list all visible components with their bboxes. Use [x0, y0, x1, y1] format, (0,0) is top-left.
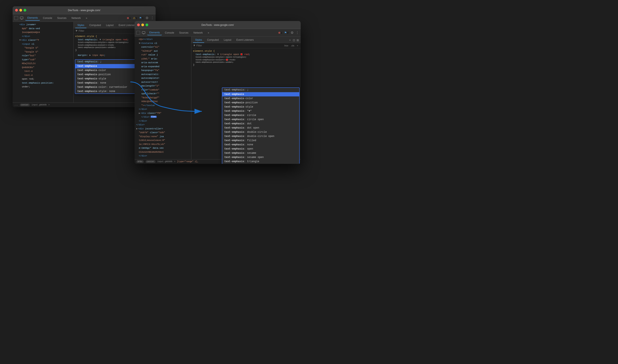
- minimize-button-front[interactable]: [141, 24, 144, 26]
- close-button-back[interactable]: [15, 9, 18, 12]
- minimize-button-back[interactable]: [19, 9, 22, 12]
- html-line: </div>: [135, 107, 191, 111]
- autocomplete-item-3-front[interactable]: text-emphasis-style: [222, 105, 299, 109]
- svg-rect-0: [20, 17, 23, 19]
- autocomplete-item-6-front[interactable]: text-emphasis: circle open: [222, 117, 299, 122]
- tab-sources-back[interactable]: Sources: [55, 16, 69, 20]
- autocomplete-item-5-front[interactable]: text-emphasis: circle: [222, 113, 299, 117]
- autocomplete-item-4-front[interactable]: text-emphasis: "♥": [222, 109, 299, 113]
- elements-panel-back: <div jsname= 8pb" data-ved IAxUqWUEAHQU4…: [13, 22, 74, 103]
- html-line: cQv></div>: [135, 37, 191, 41]
- html-line: type="sub": [13, 58, 73, 62]
- tab-layout-back[interactable]: Layout: [104, 23, 116, 28]
- tab-elements-front[interactable]: Elements: [147, 30, 162, 35]
- filter-input-back[interactable]: [79, 29, 137, 32]
- tab-layout-front[interactable]: Layout: [222, 37, 233, 43]
- tab-computed-back[interactable]: Computed: [87, 23, 103, 28]
- html-line: spellcheck="": [135, 92, 191, 96]
- html-line: ▶<div class="fM": [135, 111, 191, 115]
- tab-styles-front[interactable]: Styles: [193, 37, 204, 43]
- status-selector-back[interactable]: input.gNO89b: [31, 104, 47, 106]
- html-line: <input cl: [13, 42, 73, 46]
- tab-styles-back[interactable]: Styles: [75, 23, 86, 28]
- html-line: aria-expanded: [135, 65, 191, 69]
- device-icon-front[interactable]: [142, 31, 146, 35]
- html-line: e:CmVOgc" data-vec: [135, 146, 191, 150]
- autocomplete-item-12-front[interactable]: text-emphasis: none: [222, 143, 299, 147]
- html-line: "Google S": [13, 50, 73, 54]
- filter-bar-front: ⧩ :hov .cls +: [191, 43, 301, 48]
- tab-bar-icons-front: ⊗ 1 ⚑ 2 ⚙ ⋮: [278, 31, 299, 35]
- settings-icon-back[interactable]: ⚙: [146, 16, 149, 20]
- html-line: tzDCd;mouseleave:M": [135, 138, 191, 143]
- styles-panel-front: Styles Computed Layout Event Listeners ＋…: [191, 37, 301, 159]
- maximize-button-back[interactable]: [24, 9, 26, 12]
- filter-plus-front[interactable]: +: [296, 44, 299, 47]
- html-line: ▶<div jscontroller=: [135, 127, 191, 131]
- close-button-front[interactable]: [137, 24, 140, 26]
- html-line: "Google S": [13, 46, 73, 50]
- maximize-button-front[interactable]: [146, 24, 148, 26]
- color-swatch-red[interactable]: [241, 53, 242, 55]
- autocomplete-input-row-front[interactable]: text-emphasis: ;: [222, 88, 299, 92]
- filter-input-front[interactable]: [196, 44, 282, 47]
- tab-more-back[interactable]: »: [84, 16, 89, 20]
- tab-network-back[interactable]: Network: [69, 16, 83, 20]
- info-badge-front: ⚑ 2: [284, 31, 288, 34]
- html-line: ▼<textarea cl: [135, 41, 191, 45]
- html-line: VOGcQS4UDCAc: [135, 100, 191, 104]
- tab-console-back[interactable]: Console: [41, 16, 54, 20]
- element-style-label-front: element.style {: [193, 50, 299, 52]
- tab-network-front[interactable]: Network: [191, 30, 205, 35]
- filter-cls-front[interactable]: .cls: [290, 44, 295, 47]
- html-line: Q4dUDCBs": [13, 65, 73, 69]
- autocomplete-item-15-front[interactable]: text-emphasis: sesame open: [222, 155, 299, 159]
- html-line: autocapitali:: [135, 72, 191, 77]
- html-line: text-emphasis-position:: [13, 81, 73, 85]
- autocomplete-item-10-front[interactable]: text-emphasis: double-circle open: [222, 134, 299, 138]
- html-line: "Alh6id" aut: [135, 49, 191, 53]
- inspect-icon-front[interactable]: [136, 31, 140, 35]
- autocomplete-item-14-front[interactable]: text-emphasis: sesame: [222, 151, 299, 155]
- styles-tabs-front: Styles Computed Layout Event Listeners ＋…: [191, 37, 301, 43]
- autocomplete-item-13-front[interactable]: text-emphasis: open: [222, 147, 299, 151]
- svg-rect-3: [143, 34, 144, 34]
- status-dots-back: ...: [14, 104, 18, 106]
- tab-computed-front[interactable]: Computed: [205, 37, 221, 43]
- settings-icon-front[interactable]: ⚙: [291, 31, 294, 35]
- status-center-front: center: [146, 160, 156, 163]
- autocomplete-item-8-front[interactable]: text-emphasis: dot open: [222, 126, 299, 130]
- window-title-back: DevTools - www.google.com/: [68, 9, 100, 12]
- tab-more-front[interactable]: »: [206, 30, 211, 35]
- autocomplete-text-back: text-emphasis: ;: [77, 60, 102, 63]
- html-line: rch" value j: [135, 53, 191, 57]
- css-text-emphasis-front[interactable]: text-emphasis: ▼ triangle open red;: [193, 53, 299, 56]
- filter-icon-front: ⧩: [193, 44, 195, 47]
- more-icon-back[interactable]: ⋮: [151, 16, 154, 20]
- html-line: KEwjS1ZLIc: [13, 62, 73, 65]
- tab-console-front[interactable]: Console: [163, 30, 176, 35]
- html-line: </div>: [135, 119, 191, 123]
- tab-elements-back[interactable]: Elements: [25, 15, 40, 21]
- autocomplete-item-7-front[interactable]: text-emphasis: dot: [222, 122, 299, 126]
- autocomplete-item-1-front[interactable]: text-emphasis-color: [222, 96, 299, 101]
- autocomplete-item-11-front[interactable]: text-emphasis: filled: [222, 138, 299, 143]
- tab-eventlisteners-front[interactable]: Event Listeners: [234, 37, 256, 43]
- filter-hov-front[interactable]: :hov: [283, 44, 289, 47]
- autocomplete-item-2-front[interactable]: text-emphasis-position: [222, 101, 299, 105]
- svg-rect-1: [21, 19, 22, 20]
- add-style-icon[interactable]: ＋: [288, 38, 291, 42]
- css-brace-front: }: [193, 64, 299, 66]
- more-options-icon[interactable]: ⊞: [297, 39, 299, 42]
- css-emphasis-style-front: text-emphasis-style: open triangle;: [193, 56, 299, 58]
- status-selector-front[interactable]: input.gNO89b: [157, 160, 172, 163]
- more-icon-front[interactable]: ⋮: [296, 31, 299, 35]
- autocomplete-item-0-front[interactable]: text-emphasis: [222, 92, 299, 96]
- html-line: le;YMFC3:VKssTb;vk": [135, 143, 191, 146]
- toggle-sidebar-icon[interactable]: ⊡: [293, 39, 295, 42]
- device-icon-back[interactable]: [20, 16, 24, 20]
- inspect-icon-back[interactable]: [14, 16, 18, 20]
- tab-sources-front[interactable]: Sources: [177, 30, 191, 35]
- autocomplete-item-9-front[interactable]: text-emphasis: double-circle: [222, 130, 299, 134]
- html-line: role="combob": [135, 88, 191, 92]
